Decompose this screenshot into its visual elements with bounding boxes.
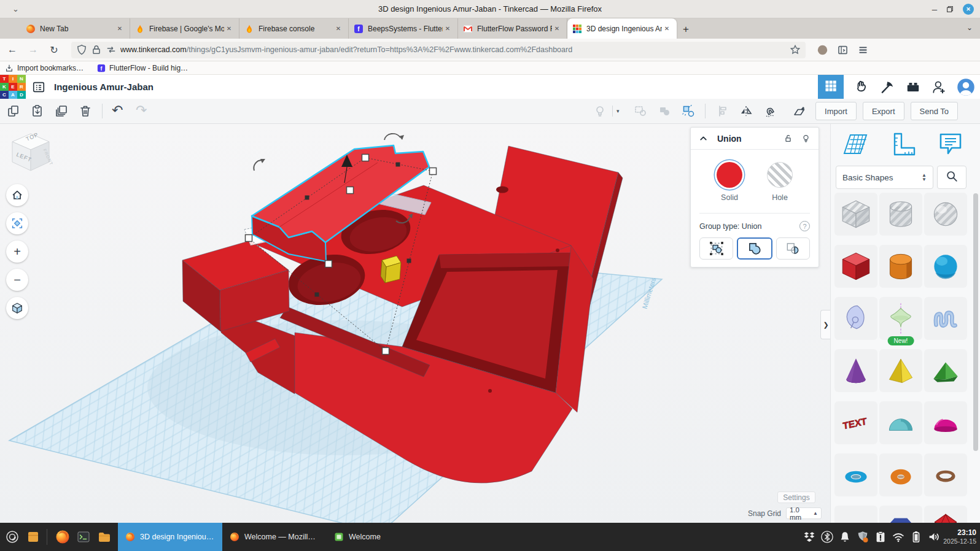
close-button[interactable]: ✕ bbox=[963, 4, 974, 15]
files-launcher-icon[interactable] bbox=[96, 528, 113, 545]
group-button[interactable] bbox=[633, 104, 648, 118]
shape-tile-text[interactable]: TEXT bbox=[834, 401, 877, 444]
browser-tab[interactable]: 3D design Ingenious Amur-J ✕ bbox=[567, 18, 677, 39]
shape-tile-box[interactable] bbox=[834, 245, 877, 288]
view-cube[interactable]: TOP LEFT FRONT bbox=[9, 131, 53, 177]
lock-icon[interactable] bbox=[783, 133, 793, 144]
ruler-tool-icon[interactable] bbox=[890, 131, 917, 157]
ungroup-button[interactable] bbox=[657, 104, 672, 118]
browser-tab[interactable]: Firebase | Google's Mobile a ✕ bbox=[130, 18, 239, 39]
design-title[interactable]: Ingenious Amur-Jaban bbox=[54, 82, 154, 92]
taskbar-window-button[interactable]: 3D design Ingenious Amur... bbox=[118, 523, 222, 551]
visibility-icon[interactable] bbox=[801, 133, 811, 144]
shape-tile-half-cylinder[interactable] bbox=[879, 401, 922, 444]
bluetooth-icon[interactable] bbox=[820, 530, 834, 544]
copy-button[interactable] bbox=[6, 104, 21, 118]
magnet-button[interactable] bbox=[763, 104, 777, 118]
shape-tile-hole-box[interactable] bbox=[834, 193, 877, 236]
shape-tile-donut[interactable] bbox=[879, 453, 922, 496]
shape-tile-hole-cylinder[interactable] bbox=[879, 193, 922, 236]
taskbar-window-button[interactable]: Welcome — Mozilla Firefox bbox=[222, 523, 327, 551]
break-apart-button[interactable] bbox=[681, 104, 696, 118]
volume-icon[interactable] bbox=[927, 530, 941, 544]
ortho-view-button[interactable] bbox=[6, 297, 28, 319]
search-button[interactable] bbox=[937, 166, 966, 189]
group-type-subtract-button[interactable] bbox=[776, 237, 810, 260]
redo-button[interactable]: ↷ bbox=[136, 104, 150, 118]
paste-button[interactable] bbox=[30, 104, 45, 118]
tinkercad-logo[interactable]: TINKERCAD bbox=[0, 75, 26, 99]
solid-swatch[interactable] bbox=[717, 162, 742, 188]
shape-tile-cone[interactable] bbox=[834, 349, 877, 392]
forward-button[interactable]: → bbox=[25, 41, 42, 58]
browser-tab[interactable]: New Tab ✕ bbox=[21, 18, 130, 39]
reload-button[interactable]: ↻ bbox=[45, 41, 63, 58]
shape-tile-squiggle[interactable] bbox=[924, 297, 967, 340]
fit-view-button[interactable] bbox=[6, 212, 28, 234]
import-button[interactable]: Import bbox=[815, 102, 857, 120]
shape-tile-spinning-top[interactable]: New! bbox=[879, 297, 922, 340]
share-icon[interactable] bbox=[931, 79, 947, 95]
duplicate-button[interactable] bbox=[54, 104, 69, 118]
shape-tile-torus[interactable] bbox=[834, 453, 877, 496]
group-type-union-button[interactable] bbox=[737, 237, 772, 260]
hole-option[interactable]: Hole bbox=[767, 162, 793, 202]
lock-icon[interactable] bbox=[91, 44, 102, 55]
export-button[interactable]: Export bbox=[863, 102, 904, 120]
shape-tile-pyramid[interactable] bbox=[879, 349, 922, 392]
group-type-multiselect-button[interactable] bbox=[699, 237, 733, 260]
hole-swatch[interactable] bbox=[767, 162, 793, 188]
workplane-tool-icon[interactable] bbox=[842, 131, 869, 157]
tab-list-button[interactable] bbox=[0, 18, 21, 39]
shape-tile-sphere[interactable] bbox=[924, 245, 967, 288]
minimize-button[interactable]: – bbox=[932, 6, 937, 12]
notes-tool-icon[interactable] bbox=[937, 131, 964, 157]
show-all-button[interactable] bbox=[593, 104, 607, 118]
view-3d-button[interactable] bbox=[818, 75, 844, 99]
shape-tile-hole-sphere[interactable] bbox=[924, 193, 967, 236]
zoom-out-button[interactable]: − bbox=[6, 269, 28, 291]
mirror-button[interactable] bbox=[739, 104, 753, 118]
places-icon[interactable] bbox=[25, 528, 42, 545]
clipboard-alert-icon[interactable] bbox=[874, 530, 887, 544]
browser-tab[interactable]: FlutterFlow Password Reset ✕ bbox=[458, 18, 567, 39]
design-menu-icon[interactable] bbox=[32, 80, 45, 94]
sim-lab-icon[interactable] bbox=[854, 79, 869, 95]
browser-tab[interactable]: f BeepsSystems - FlutterFlow ✕ bbox=[349, 18, 458, 39]
yellow-part[interactable] bbox=[381, 256, 401, 283]
shape-tile-cylinder[interactable] bbox=[879, 245, 922, 288]
solid-option[interactable]: Solid bbox=[717, 162, 742, 202]
shapes-panel-collapse-handle[interactable]: ❯ bbox=[820, 310, 831, 339]
bookmark-item[interactable]: f FlutterFlow - Build hig… bbox=[97, 64, 188, 72]
terminal-launcher-icon[interactable] bbox=[75, 528, 92, 545]
home-view-button[interactable] bbox=[6, 184, 28, 206]
app-menu-icon[interactable] bbox=[4, 528, 21, 545]
tab-close-icon[interactable]: ✕ bbox=[662, 25, 672, 32]
shape-tile-ring[interactable] bbox=[924, 453, 967, 496]
tab-close-icon[interactable]: ✕ bbox=[333, 25, 343, 32]
back-button[interactable]: ← bbox=[4, 41, 21, 58]
account-icon[interactable] bbox=[817, 44, 828, 56]
clock[interactable]: 23:10 2025-12-15 bbox=[943, 528, 976, 545]
tab-close-icon[interactable]: ✕ bbox=[552, 25, 562, 32]
panel-collapse-icon[interactable] bbox=[698, 133, 709, 144]
tab-close-icon[interactable]: ✕ bbox=[443, 25, 453, 32]
user-avatar[interactable] bbox=[957, 78, 975, 96]
taskbar-window-button[interactable]: Welcome bbox=[327, 523, 388, 551]
dropbox-icon[interactable] bbox=[803, 530, 816, 544]
shape-tile-roof[interactable] bbox=[924, 349, 967, 392]
wifi-icon[interactable] bbox=[892, 530, 905, 544]
shape-tile-scribble[interactable] bbox=[834, 297, 877, 340]
show-all-caret-icon[interactable]: ▾ bbox=[616, 108, 620, 114]
snap-grid-select[interactable]: 1.0 mm ▲ bbox=[786, 507, 822, 519]
permissions-icon[interactable] bbox=[106, 44, 117, 55]
shape-category-select[interactable]: Basic Shapes ▲▼ bbox=[836, 166, 933, 189]
tab-close-icon[interactable]: ✕ bbox=[115, 25, 125, 32]
url-bar[interactable]: www.tinkercad.com/things/gC1yusJsmvm-ing… bbox=[71, 42, 806, 58]
firefox-launcher-icon[interactable] bbox=[54, 528, 71, 545]
restore-button[interactable] bbox=[946, 5, 954, 13]
bell-icon[interactable] bbox=[838, 530, 852, 544]
browser-tab[interactable]: Firebase console ✕ bbox=[239, 18, 349, 39]
extensions-icon[interactable] bbox=[837, 44, 849, 56]
battery-icon[interactable] bbox=[909, 530, 923, 544]
